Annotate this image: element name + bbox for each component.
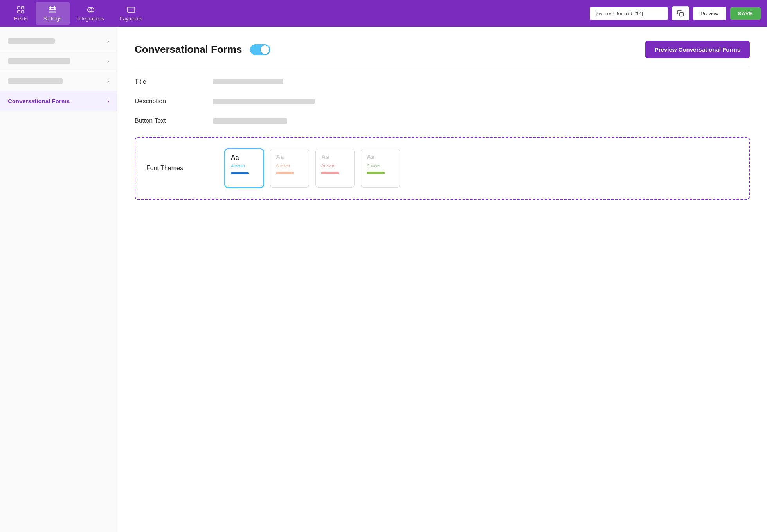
svg-rect-9 (127, 7, 134, 12)
preview-button[interactable]: Preview (693, 7, 726, 20)
fields-icon (16, 5, 25, 14)
theme4-answer: Answer (367, 163, 394, 168)
sidebar-item-3-label (8, 78, 63, 84)
main-layout: › › › Conversational Forms › Conversatio… (0, 27, 767, 532)
svg-rect-3 (22, 10, 24, 13)
button-text-input-placeholder (213, 118, 287, 124)
sidebar-item-3[interactable]: › (0, 71, 117, 91)
chevron-icon-3: › (107, 77, 109, 84)
chevron-icon-2: › (107, 58, 109, 65)
theme-card-4[interactable]: Aa Answer (361, 149, 400, 188)
sidebar-item-1-label (8, 38, 55, 44)
payments-icon (127, 5, 135, 14)
title-label: Title (135, 78, 213, 85)
nav-item-settings[interactable]: Settings (36, 2, 70, 25)
sidebar-item-cf-label: Conversational Forms (8, 98, 70, 104)
theme1-bar (231, 172, 249, 174)
theme3-aa: Aa (321, 154, 349, 161)
title-field: Title (135, 78, 750, 85)
sidebar-item-2[interactable]: › (0, 51, 117, 71)
sidebar-item-2-label (8, 58, 70, 64)
title-input-placeholder (213, 79, 283, 84)
theme4-aa: Aa (367, 154, 394, 161)
description-label: Description (135, 98, 213, 105)
copy-shortcode-button[interactable] (672, 6, 689, 20)
sidebar-item-1[interactable]: › (0, 31, 117, 51)
sidebar-item-conversational-forms[interactable]: Conversational Forms › (0, 91, 117, 111)
nav-label-settings: Settings (43, 16, 62, 22)
theme2-bar (276, 172, 294, 174)
theme3-answer: Answer (321, 163, 349, 168)
theme-cards: Aa Answer Aa Answer Aa Answer (225, 149, 400, 188)
settings-icon (48, 5, 57, 14)
svg-rect-0 (18, 6, 20, 9)
nav-item-payments[interactable]: Payments (112, 2, 150, 25)
chevron-icon-1: › (107, 38, 109, 45)
cf-title: Conversational Forms (135, 43, 242, 56)
description-input-placeholder (213, 99, 315, 104)
nav-label-payments: Payments (120, 16, 142, 22)
sidebar: › › › Conversational Forms › (0, 27, 117, 532)
conversational-forms-toggle[interactable] (250, 44, 270, 55)
svg-rect-2 (18, 10, 20, 13)
cf-header: Conversational Forms Preview Conversatio… (135, 41, 750, 58)
svg-rect-11 (680, 13, 684, 16)
font-themes-row: Font Themes Aa Answer Aa Answer (146, 149, 738, 188)
theme1-answer: Answer (231, 164, 257, 168)
theme-card-1[interactable]: Aa Answer (225, 149, 264, 188)
font-themes-section: Font Themes Aa Answer Aa Answer (135, 137, 750, 200)
nav-item-fields[interactable]: Fields (6, 2, 36, 25)
theme-card-3[interactable]: Aa Answer (315, 149, 355, 188)
theme-card-2[interactable]: Aa Answer (270, 149, 309, 188)
button-text-field: Button Text (135, 117, 750, 124)
font-themes-label: Font Themes (146, 165, 225, 172)
theme2-answer: Answer (276, 163, 303, 168)
theme3-bar (321, 172, 339, 174)
theme1-aa: Aa (231, 154, 257, 161)
content-area: Conversational Forms Preview Conversatio… (117, 27, 767, 532)
copy-icon (677, 10, 684, 17)
theme2-aa: Aa (276, 154, 303, 161)
shortcode-input[interactable] (590, 7, 668, 20)
svg-rect-1 (22, 6, 24, 9)
theme4-bar (367, 172, 385, 174)
description-field: Description (135, 98, 750, 105)
save-button[interactable]: SAVE (730, 7, 761, 20)
nav-right: Preview SAVE (590, 6, 761, 20)
header-divider (135, 66, 750, 66)
preview-cf-button[interactable]: Preview Conversational Forms (645, 41, 750, 58)
top-nav: Fields Settings Integrations Payments (0, 0, 767, 27)
button-text-label: Button Text (135, 117, 213, 124)
nav-label-integrations: Integrations (77, 16, 104, 22)
integrations-icon (86, 5, 95, 14)
chevron-icon-cf: › (107, 97, 109, 104)
nav-item-integrations[interactable]: Integrations (70, 2, 112, 25)
nav-label-fields: Fields (14, 16, 28, 22)
